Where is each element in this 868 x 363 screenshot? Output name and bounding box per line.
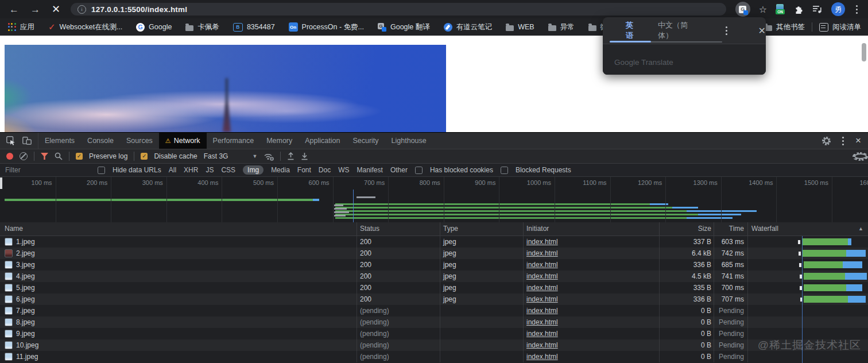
bookmark-item[interactable]: ✓Websocket在线测...	[48, 22, 122, 32]
devtools-settings-icon[interactable]	[822, 137, 831, 145]
initiator-link[interactable]: index.html	[526, 353, 558, 361]
column-header-name[interactable]: Name	[0, 222, 357, 235]
initiator-link[interactable]: index.html	[526, 249, 558, 257]
search-icon[interactable]	[55, 152, 63, 160]
initiator-link[interactable]: index.html	[526, 295, 558, 303]
extension-on-icon[interactable]: ON	[776, 4, 785, 14]
has-blocked-cookies-checkbox[interactable]	[415, 167, 423, 174]
forward-button[interactable]: →	[30, 5, 40, 14]
initiator-link[interactable]: index.html	[526, 272, 558, 280]
initiator-link[interactable]: index.html	[526, 330, 558, 338]
filter-pill-all[interactable]: All	[169, 165, 176, 175]
bookmark-star-icon[interactable]: ☆	[759, 4, 767, 15]
bookmark-item[interactable]: 应用	[8, 22, 34, 32]
table-row[interactable]: 8.jpeg(pending)index.html0 BPending	[0, 316, 868, 328]
filter-pill-img[interactable]: Img	[243, 165, 264, 175]
network-settings-icon[interactable]	[852, 152, 868, 161]
column-header-initiator[interactable]: Initiator	[524, 222, 660, 235]
record-network-log-icon[interactable]	[6, 153, 13, 160]
blocked-requests-checkbox[interactable]	[501, 167, 508, 174]
devtools-tab-application[interactable]: Application	[299, 133, 346, 149]
column-header-type[interactable]: Type	[440, 222, 524, 235]
translate-close-icon[interactable]: ✕	[758, 25, 766, 36]
translate-toolbar-button[interactable]: G	[735, 2, 750, 17]
bookmark-item[interactable]: 异常	[548, 22, 575, 32]
table-row[interactable]: 1.jpeg200jpegindex.html337 B603 ms	[0, 236, 868, 248]
table-row[interactable]: 11.jpeg(pending)index.html0 BPending	[0, 351, 868, 362]
devtools-menu-icon[interactable]	[842, 140, 844, 142]
bookmark-item[interactable]: GGoogle	[136, 23, 172, 32]
playlist-extension-icon[interactable]	[812, 5, 823, 14]
filter-pill-manifest[interactable]: Manifest	[357, 165, 383, 175]
column-header-status[interactable]: Status	[357, 222, 440, 235]
table-row[interactable]: 5.jpeg200jpegindex.html335 B700 ms	[0, 282, 868, 294]
inspect-element-icon[interactable]	[6, 136, 16, 146]
bookmark-item[interactable]: 卡佩希	[185, 22, 219, 32]
table-row[interactable]: 7.jpeg(pending)index.html0 BPending	[0, 305, 868, 316]
devtools-tab-security[interactable]: Security	[346, 133, 385, 149]
initiator-link[interactable]: index.html	[526, 261, 558, 269]
filter-pill-font[interactable]: Font	[297, 165, 311, 175]
devtools-close-icon[interactable]: ×	[855, 135, 861, 146]
bookmark-item[interactable]: GGoogle 翻译	[378, 22, 430, 32]
column-header-waterfall[interactable]: Waterfall▲	[748, 222, 868, 235]
devtools-tab-console[interactable]: Console	[81, 133, 120, 149]
overview-handle[interactable]	[0, 177, 2, 189]
bookmark-item[interactable]: WEB	[506, 23, 534, 31]
throttling-select[interactable]: Fast 3G ▼	[204, 152, 258, 160]
filter-pill-doc[interactable]: Doc	[319, 165, 331, 175]
devtools-tab-sources[interactable]: Sources	[120, 133, 159, 149]
bookmark-item[interactable]: 有道云笔记	[444, 22, 493, 32]
column-header-size[interactable]: Size	[660, 222, 714, 235]
extensions-puzzle-icon[interactable]	[793, 4, 804, 14]
filter-pill-xhr[interactable]: XHR	[184, 165, 198, 175]
device-toolbar-icon[interactable]	[22, 136, 32, 146]
filter-pill-other[interactable]: Other	[390, 165, 408, 175]
profile-avatar[interactable]: 勇	[831, 2, 845, 16]
disable-cache-checkbox[interactable]: ✓	[141, 153, 148, 160]
back-button[interactable]: ←	[9, 5, 19, 14]
table-row[interactable]: 2.jpeg200jpegindex.html6.4 kB742 ms	[0, 248, 868, 259]
page-scrollbar-thumb[interactable]	[862, 43, 866, 61]
initiator-link[interactable]: index.html	[526, 307, 558, 315]
hide-data-urls-checkbox[interactable]	[98, 167, 105, 174]
table-row[interactable]: 9.jpeg(pending)index.html0 BPending	[0, 328, 868, 339]
export-har-icon[interactable]	[301, 152, 308, 160]
column-header-time[interactable]: Time	[714, 222, 748, 235]
preserve-log-checkbox[interactable]: ✓	[76, 153, 83, 160]
devtools-tab-performance[interactable]: Performance	[207, 133, 261, 149]
initiator-link[interactable]: index.html	[526, 284, 558, 292]
table-row[interactable]: 6.jpeg200jpegindex.html336 B707 ms	[0, 294, 868, 305]
table-row[interactable]: 3.jpeg200jpegindex.html336 B685 ms	[0, 259, 868, 271]
table-row[interactable]: 4.jpeg200jpegindex.html4.5 kB741 ms	[0, 271, 868, 282]
translate-source-tab[interactable]: 英语	[626, 20, 638, 41]
address-bar[interactable]: i 127.0.0.1:5500/index.html	[71, 3, 726, 16]
filter-pill-js[interactable]: JS	[206, 165, 214, 175]
network-conditions-icon[interactable]	[264, 152, 274, 161]
bookmark-item[interactable]: 其他书签	[764, 22, 805, 32]
devtools-tab-lighthouse[interactable]: Lighthouse	[385, 133, 433, 149]
bookmark-item[interactable]: B8354487	[233, 23, 275, 32]
devtools-tab-memory[interactable]: Memory	[260, 133, 299, 149]
stop-loading-button[interactable]: ✕	[52, 4, 60, 14]
filter-pill-media[interactable]: Media	[271, 165, 290, 175]
translate-options-icon[interactable]	[726, 30, 727, 32]
site-info-icon[interactable]: i	[78, 5, 86, 14]
filter-pill-css[interactable]: CSS	[221, 165, 235, 175]
devtools-tab-elements[interactable]: Elements	[38, 133, 81, 149]
table-row[interactable]: 10.jpeg(pending)index.html0 BPending	[0, 339, 868, 351]
filter-input[interactable]: Filter	[5, 166, 90, 174]
translate-target-tab[interactable]: 中文（简体）	[658, 20, 696, 41]
filter-pill-ws[interactable]: WS	[338, 165, 349, 175]
initiator-link[interactable]: index.html	[526, 341, 558, 349]
initiator-link[interactable]: index.html	[526, 318, 558, 326]
filter-funnel-icon[interactable]	[41, 153, 48, 160]
initiator-link[interactable]: index.html	[526, 238, 558, 246]
import-har-icon[interactable]	[287, 152, 294, 160]
devtools-tab-network[interactable]: ⚠Network	[159, 133, 207, 149]
clear-network-log-icon[interactable]	[20, 152, 28, 160]
network-overview[interactable]: 100 ms200 ms300 ms400 ms500 ms600 ms700 …	[0, 177, 868, 223]
bookmark-item[interactable]: 阅读清单	[819, 22, 861, 32]
bookmark-item[interactable]: OnProcessOn - 免费...	[289, 22, 364, 32]
chrome-menu-icon[interactable]	[856, 9, 858, 10]
